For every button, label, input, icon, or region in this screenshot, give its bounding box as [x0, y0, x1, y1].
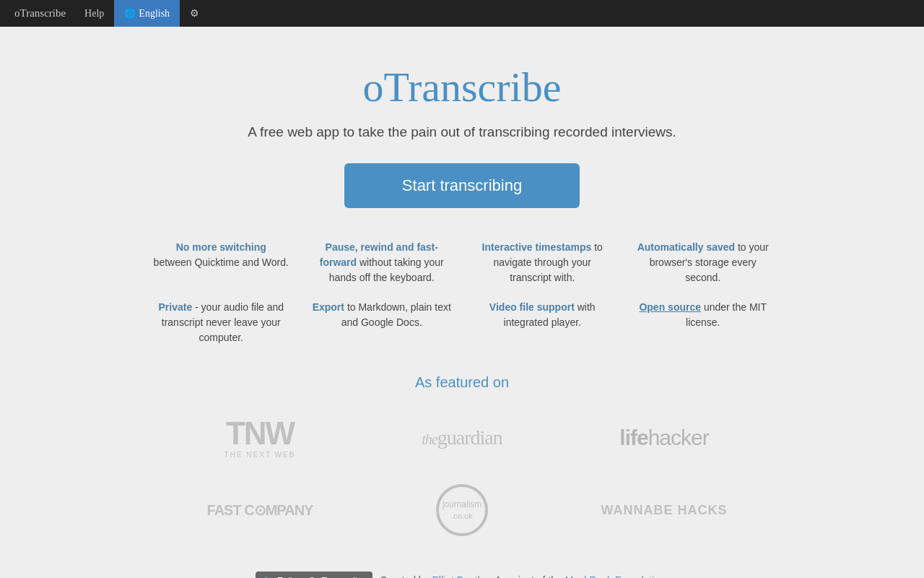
feature-body-export: to Markdown, plain text and Google Docs.: [341, 301, 451, 328]
tnw-sub-text: THE NEXT WEB: [225, 451, 296, 459]
logos-row-1: TNW THE NEXT WEB theguardian lifehacker: [152, 405, 772, 470]
lh-normal: hacker: [648, 426, 709, 449]
nav-language[interactable]: 🌐English: [114, 0, 180, 27]
fastcompany-text: FAST C⊙MPANY: [207, 502, 313, 518]
feature-pause-rewind: Pause, rewind and fast-forward without t…: [313, 240, 452, 285]
footer-author-link[interactable]: Elliot Bentley: [432, 574, 490, 578]
logo-journalism: journalism .co.uk: [361, 478, 563, 543]
feature-title-no-switching: No more switching: [176, 241, 266, 253]
featured-title: As featured on: [152, 374, 772, 391]
navbar: oTranscribe Help 🌐English ⚙: [0, 0, 924, 27]
feature-opensource: Open source under the MIT license.: [634, 300, 773, 345]
featured-section: As featured on TNW THE NEXT WEB theguard…: [152, 374, 772, 543]
tnw-main-text: TNW: [226, 418, 294, 449]
footer: 🐦 Follow @oTranscribe Created by Elliot …: [152, 557, 772, 578]
feature-title-timestamps: Interactive timestamps: [482, 241, 592, 253]
logos-row-2: FAST C⊙MPANY journalism .co.uk WANNABE H…: [152, 478, 772, 543]
logo-guardian: theguardian: [361, 405, 563, 470]
guardian-the: the: [422, 431, 437, 447]
logo-wannabe: WANNABE HACKS: [563, 478, 765, 543]
feature-body-no-switching: between Quicktime and Word.: [154, 256, 289, 268]
feature-private: Private - your audio file and transcript…: [152, 300, 291, 345]
main-content: oTranscribe A free web app to take the p…: [137, 27, 787, 578]
svg-text:journalism: journalism: [442, 499, 482, 509]
feature-title-autosave: Automatically saved: [637, 241, 735, 253]
footer-foundation-link[interactable]: MuckRock Foundation: [565, 574, 666, 578]
nav-language-label: English: [139, 8, 170, 20]
logo-tnw: TNW THE NEXT WEB: [159, 405, 361, 470]
svg-text:.co.uk: .co.uk: [451, 512, 473, 520]
feature-no-switching: No more switching between Quicktime and …: [152, 240, 291, 285]
journalism-circle-icon: journalism .co.uk: [433, 481, 491, 539]
twitter-follow-button[interactable]: 🐦 Follow @oTranscribe: [256, 571, 372, 578]
footer-created-by: Created by: [380, 574, 429, 578]
svg-point-0: [437, 486, 487, 535]
feature-title-video: Video file support: [489, 301, 575, 313]
logo-fastcompany: FAST C⊙MPANY: [159, 478, 361, 543]
footer-period: .: [666, 574, 668, 578]
features-grid: No more switching between Quicktime and …: [152, 240, 772, 345]
guardian-name: guardian: [437, 426, 502, 449]
globe-icon: 🌐: [124, 8, 136, 20]
nav-settings[interactable]: ⚙: [180, 0, 209, 27]
gear-icon: ⚙: [190, 7, 199, 20]
feature-title-opensource: Open source: [639, 301, 701, 313]
feature-autosave: Automatically saved to your browser's st…: [634, 240, 773, 285]
feature-title-export: Export: [313, 301, 344, 313]
twitter-icon: 🐦: [263, 575, 277, 578]
app-title: oTranscribe: [152, 63, 772, 111]
lh-bold: life: [619, 426, 648, 449]
feature-export: Export to Markdown, plain text and Googl…: [313, 300, 452, 345]
twitter-label: Follow @oTranscribe: [277, 575, 366, 578]
feature-timestamps: Interactive timestamps to navigate throu…: [473, 240, 612, 285]
footer-project-text: . A project of the: [489, 574, 562, 578]
feature-video: Video file support with integrated playe…: [473, 300, 612, 345]
nav-help[interactable]: Help: [74, 0, 114, 27]
wannabe-text: WANNABE HACKS: [601, 503, 728, 517]
hero-subtitle: A free web app to take the pain out of t…: [152, 124, 772, 140]
start-transcribing-button[interactable]: Start transcribing: [344, 163, 580, 208]
nav-brand: oTranscribe: [6, 7, 74, 20]
feature-title-private: Private: [158, 301, 192, 313]
logo-lifehacker: lifehacker: [563, 405, 765, 470]
